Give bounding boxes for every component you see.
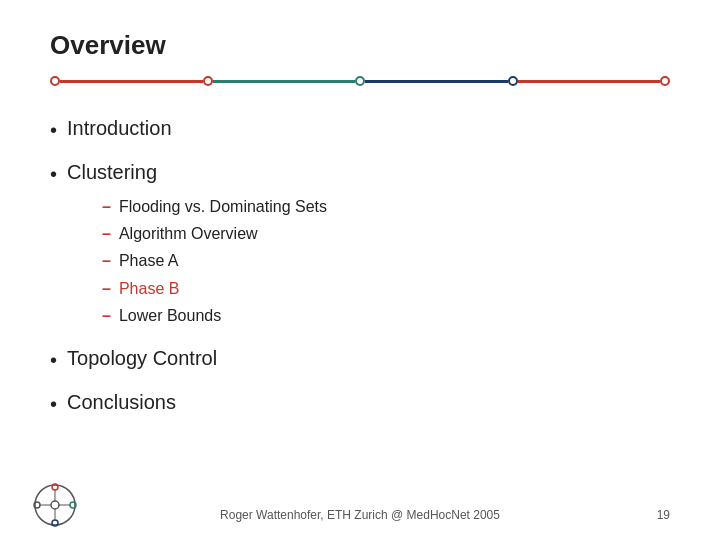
bullet-main-conclusions: • Conclusions — [50, 391, 670, 417]
bullet-main-introduction: • Introduction — [50, 117, 670, 143]
clustering-sub-list: – Flooding vs. Dominating Sets – Algorit… — [102, 193, 670, 329]
sub-item-text-2: Phase A — [119, 247, 179, 274]
bullet-dot-clustering: • — [50, 161, 57, 187]
timeline — [50, 73, 670, 89]
bullet-label-introduction: Introduction — [67, 117, 172, 140]
sub-item-2: – Phase A — [102, 247, 670, 274]
timeline-dot-3 — [508, 76, 518, 86]
sub-item-0: – Flooding vs. Dominating Sets — [102, 193, 670, 220]
footer-page: 19 — [657, 508, 670, 522]
timeline-segment-2 — [213, 80, 356, 83]
footer-credit: Roger Wattenhofer, ETH Zurich @ MedHocNe… — [220, 508, 500, 522]
bullet-dot-conclusions: • — [50, 391, 57, 417]
sub-item-4: – Lower Bounds — [102, 302, 670, 329]
timeline-segment-4 — [518, 80, 661, 83]
sub-item-text-1: Algorithm Overview — [119, 220, 258, 247]
dash-2: – — [102, 247, 111, 274]
bullet-clustering: • Clustering – Flooding vs. Dominating S… — [50, 161, 670, 329]
slide-title: Overview — [50, 30, 670, 61]
bullet-label-conclusions: Conclusions — [67, 391, 176, 414]
bullet-label-clustering: Clustering — [67, 161, 157, 184]
sub-item-text-4: Lower Bounds — [119, 302, 221, 329]
bullet-main-clustering: • Clustering — [50, 161, 670, 187]
timeline-dot-0 — [50, 76, 60, 86]
footer: Roger Wattenhofer, ETH Zurich @ MedHocNe… — [0, 508, 720, 522]
network-icon — [30, 480, 80, 530]
timeline-dot-2 — [355, 76, 365, 86]
slide: Overview • Introduction • Clustering — [0, 0, 720, 540]
timeline-dot-4 — [660, 76, 670, 86]
timeline-segment-3 — [365, 80, 508, 83]
sub-item-text-3: Phase B — [119, 275, 179, 302]
dash-3: – — [102, 275, 111, 302]
bullet-conclusions: • Conclusions — [50, 391, 670, 417]
sub-item-text-0: Flooding vs. Dominating Sets — [119, 193, 327, 220]
dash-1: – — [102, 220, 111, 247]
bullet-dot-introduction: • — [50, 117, 57, 143]
sub-item-3: – Phase B — [102, 275, 670, 302]
sub-item-1: – Algorithm Overview — [102, 220, 670, 247]
bullet-label-topology: Topology Control — [67, 347, 217, 370]
timeline-dot-1 — [203, 76, 213, 86]
dash-0: – — [102, 193, 111, 220]
bullet-main-topology: • Topology Control — [50, 347, 670, 373]
timeline-segment-1 — [60, 80, 203, 83]
bullet-dot-topology: • — [50, 347, 57, 373]
dash-4: – — [102, 302, 111, 329]
bullet-topology: • Topology Control — [50, 347, 670, 373]
bullet-introduction: • Introduction — [50, 117, 670, 143]
